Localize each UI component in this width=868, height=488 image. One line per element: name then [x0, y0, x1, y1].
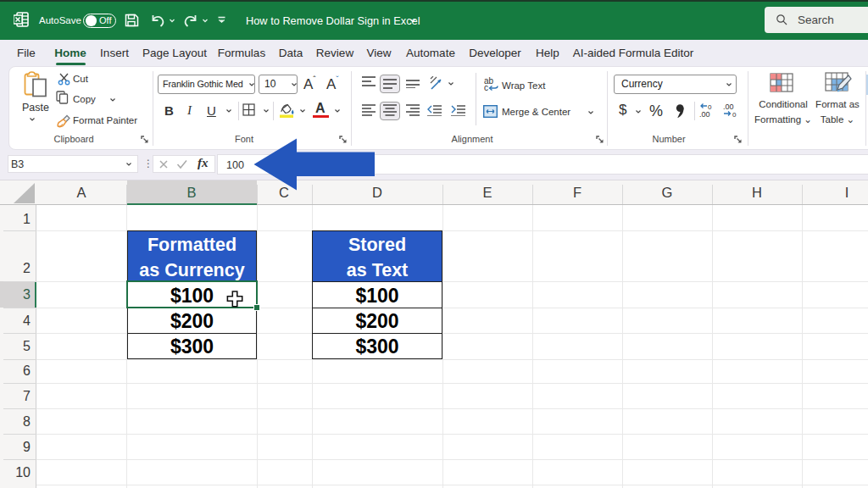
svg-text:c: c: [484, 83, 488, 92]
svg-text:.00: .00: [723, 103, 734, 111]
svg-text:.00: .00: [699, 110, 710, 118]
svg-text:0: 0: [732, 111, 737, 118]
